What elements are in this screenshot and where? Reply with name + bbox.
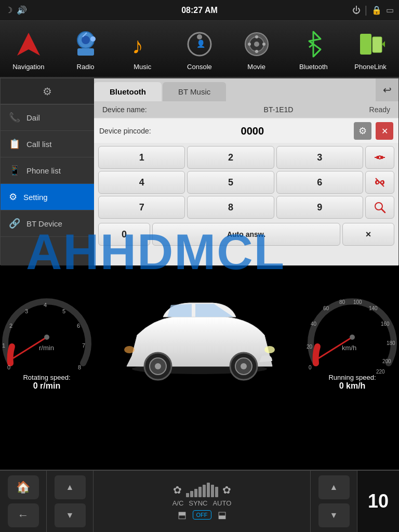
home-button[interactable]: 🏠 bbox=[8, 475, 39, 499]
dial-icon: 📞 bbox=[9, 112, 20, 123]
ac-bottom-row: ⬒ OFF ⬓ bbox=[178, 509, 227, 521]
unlink-button[interactable] bbox=[365, 171, 394, 194]
calllist-icon: 📋 bbox=[9, 138, 20, 150]
rpm-gauge: 0 1 2 3 4 5 6 7 8 r/min Rotating speed: … bbox=[0, 290, 94, 391]
app-phonelink[interactable]: PhoneLink bbox=[347, 28, 394, 71]
rpm-gauge-svg: 0 1 2 3 4 5 6 7 8 r/min bbox=[0, 290, 94, 374]
ac-section: ✿ ✿ A/C SYNC AUTO ⬒ OFF ⬓ bbox=[94, 471, 311, 532]
back-button[interactable]: ↩ bbox=[376, 78, 398, 101]
svg-text:220: 220 bbox=[376, 369, 385, 374]
temp-up-button[interactable]: ▲ bbox=[318, 475, 350, 499]
search-button[interactable] bbox=[365, 196, 394, 219]
volume-section: ▲ ▼ bbox=[47, 471, 94, 532]
app-bluetooth[interactable]: Bluetooth bbox=[290, 28, 337, 71]
sidebar-item-calllist[interactable]: 📋 Call list bbox=[1, 131, 94, 157]
num-btn-4[interactable]: 4 bbox=[98, 171, 185, 194]
svg-text:5: 5 bbox=[62, 308, 65, 314]
back-arrow-icon: ← bbox=[18, 509, 29, 522]
svg-text:20: 20 bbox=[307, 344, 313, 350]
bt-tabs: Bluetooth BT Music ↩ bbox=[94, 78, 398, 101]
svg-point-8 bbox=[197, 34, 202, 39]
app-phonelink-label: PhoneLink bbox=[354, 63, 386, 71]
pincode-label: Device pincode: bbox=[99, 127, 151, 135]
svg-text:180: 180 bbox=[387, 340, 395, 346]
auto-answer-button[interactable]: Auto answ. bbox=[152, 223, 340, 246]
num-btn-7[interactable]: 7 bbox=[98, 196, 185, 219]
home-back-section: 🏠 ← bbox=[0, 471, 47, 532]
num-btn-6[interactable]: 6 bbox=[276, 171, 363, 194]
app-console-label: Console bbox=[187, 63, 212, 71]
svg-rect-23 bbox=[373, 37, 382, 52]
app-navigation[interactable]: Navigation bbox=[5, 28, 52, 71]
temp-control-section: ▲ ▼ bbox=[311, 471, 357, 532]
btdevice-icon: 🔗 bbox=[9, 218, 20, 229]
temp-display-value: 10 bbox=[368, 490, 389, 512]
app-radio[interactable]: Radio bbox=[62, 28, 109, 71]
num-btn-5[interactable]: 5 bbox=[187, 171, 274, 194]
app-music[interactable]: ♪ Music bbox=[119, 28, 166, 71]
ac-off-label: OFF bbox=[196, 512, 208, 518]
ac-off-button[interactable]: OFF bbox=[193, 510, 211, 520]
app-bluetooth-label: Bluetooth bbox=[299, 63, 328, 71]
sidebar-item-phonelist[interactable]: 📱 Phone list bbox=[1, 157, 94, 184]
sidebar-item-btdevice[interactable]: 🔗 BT Device bbox=[1, 210, 94, 237]
num-btn-0[interactable]: 0 bbox=[98, 223, 150, 246]
svg-point-49 bbox=[155, 363, 161, 369]
num-btn-2[interactable]: 2 bbox=[187, 146, 274, 169]
temp-down-button[interactable]: ▼ bbox=[318, 503, 350, 527]
svg-point-12 bbox=[254, 42, 259, 47]
sidebar-item-dial[interactable]: 📞 Dail bbox=[1, 104, 94, 131]
pincode-gear-button[interactable]: ⚙ bbox=[354, 122, 371, 140]
svg-point-69 bbox=[350, 335, 355, 340]
volume-up-button[interactable]: ▲ bbox=[55, 475, 86, 499]
svg-text:140: 140 bbox=[369, 305, 378, 311]
svg-text:0: 0 bbox=[309, 365, 312, 370]
home-icon: 🏠 bbox=[16, 481, 30, 494]
num-btn-1[interactable]: 1 bbox=[98, 146, 185, 169]
num-btn-8[interactable]: 8 bbox=[187, 196, 274, 219]
auto-label: AUTO bbox=[212, 499, 231, 507]
action-buttons bbox=[365, 146, 394, 219]
gauges-area: 0 1 2 3 4 5 6 7 8 r/min Rotating speed: … bbox=[0, 268, 399, 413]
svg-marker-0 bbox=[17, 33, 40, 56]
window-icon: ▭ bbox=[386, 5, 394, 15]
svg-point-16 bbox=[262, 43, 265, 46]
num-btn-3[interactable]: 3 bbox=[276, 146, 363, 169]
phonelist-icon: 📱 bbox=[9, 165, 20, 176]
back-nav-button[interactable]: ← bbox=[8, 503, 39, 527]
speed-label: Running speed: bbox=[328, 374, 376, 381]
main-content: ⚙ 📞 Dail 📋 Call list 📱 Phone list ⚙ Sett… bbox=[0, 78, 399, 353]
svg-text:4: 4 bbox=[44, 302, 47, 308]
svg-point-54 bbox=[124, 346, 135, 353]
app-movie[interactable]: Movie bbox=[233, 28, 280, 71]
defrost-rear-icon: ⬒ bbox=[178, 509, 187, 521]
setting-icon: ⚙ bbox=[9, 191, 17, 203]
numpad-grid: 1 2 3 4 5 6 7 8 9 bbox=[98, 146, 363, 219]
svg-text:👤: 👤 bbox=[196, 39, 206, 48]
volume-down-button[interactable]: ▼ bbox=[55, 503, 86, 527]
svg-marker-24 bbox=[382, 41, 385, 47]
svg-text:0: 0 bbox=[7, 364, 10, 370]
tab-bluetooth[interactable]: Bluetooth bbox=[94, 82, 162, 101]
sidebar-item-setting[interactable]: ⚙ Setting bbox=[1, 184, 94, 210]
speed-value: 0 km/h bbox=[339, 381, 366, 391]
svg-rect-22 bbox=[360, 34, 371, 55]
num-btn-9[interactable]: 9 bbox=[276, 196, 363, 219]
svg-point-26 bbox=[380, 156, 383, 159]
app-console[interactable]: 👤 Console bbox=[176, 28, 223, 71]
pincode-delete-button[interactable]: ✕ bbox=[376, 122, 393, 140]
svg-line-29 bbox=[376, 178, 384, 187]
settings-icon: ⚙ bbox=[43, 85, 52, 98]
pincode-value: 0000 bbox=[155, 125, 350, 137]
link-button[interactable] bbox=[365, 146, 394, 169]
svg-point-13 bbox=[255, 35, 258, 38]
sidebar: ⚙ 📞 Dail 📋 Call list 📱 Phone list ⚙ Sett… bbox=[1, 78, 94, 265]
svg-text:km/h: km/h bbox=[342, 344, 356, 352]
svg-text:1: 1 bbox=[2, 342, 5, 349]
tab-btmusic[interactable]: BT Music bbox=[163, 82, 226, 101]
bottom-bar: 🏠 ← ▲ ▼ ✿ ✿ A/C SYNC bbox=[0, 470, 399, 532]
svg-text:160: 160 bbox=[381, 321, 390, 327]
close-numpad-button[interactable]: × bbox=[342, 223, 394, 246]
numpad-bottom: 0 Auto answ. × bbox=[94, 221, 398, 249]
device-status: Ready bbox=[369, 105, 390, 114]
